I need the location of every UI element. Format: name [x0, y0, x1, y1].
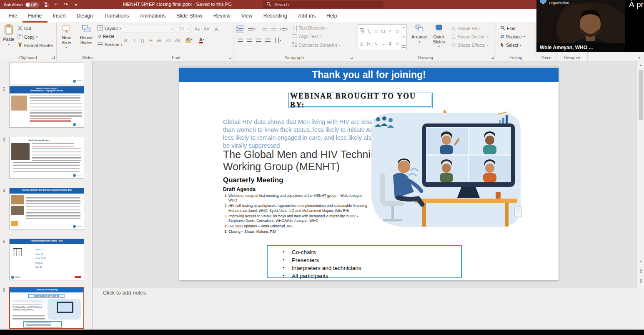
section-button[interactable]: Section ▾: [98, 42, 123, 47]
shape-rounded-rectangle-icon[interactable]: ▢: [381, 29, 385, 33]
shape-double-arrow-icon[interactable]: ⇕: [388, 41, 392, 46]
font-size-combo[interactable]: 28▾: [177, 25, 191, 33]
tab-insert[interactable]: Insert: [48, 9, 71, 23]
align-left-button[interactable]: [236, 36, 244, 44]
shape-star-icon[interactable]: ☆: [396, 41, 399, 46]
shape-curve-icon[interactable]: ∿: [374, 41, 378, 46]
next-slide-button[interactable]: ∨∨: [637, 277, 644, 285]
slide-editing-canvas[interactable]: Thank you all for joining! WEBINAR BROUG…: [93, 61, 637, 287]
shape-oval-icon[interactable]: ○: [389, 29, 391, 33]
font-color-button[interactable]: A▾: [198, 35, 206, 43]
scrollbar-thumb[interactable]: [639, 70, 643, 120]
thumbnail-slide-1[interactable]: [9, 63, 84, 84]
tab-view[interactable]: View: [236, 9, 258, 23]
save-icon[interactable]: [43, 2, 49, 8]
align-right-button[interactable]: [254, 36, 263, 44]
thanks-box[interactable]: Co-chairs Presenters Interpreters and te…: [267, 245, 462, 278]
find-button[interactable]: Find: [500, 25, 515, 31]
agenda-list[interactable]: Welcome, recap of first meeting and obje…: [223, 194, 371, 235]
shape-effects-button[interactable]: Shape Effects ▾: [451, 42, 488, 48]
thumbnail-slide-5[interactable]: Planned webinar series dates - 2021 Apri…: [9, 239, 84, 280]
grow-font-button[interactable]: A▴: [193, 25, 201, 33]
paragraph-dialog-launcher[interactable]: [351, 56, 353, 59]
notes-pane[interactable]: Click to add notes: [93, 287, 637, 330]
replace-button[interactable]: ⇄ Replace ▾: [500, 34, 525, 39]
underline-button[interactable]: U: [138, 36, 147, 44]
scroll-down-button[interactable]: ▼: [637, 258, 644, 265]
shape-rectangle-icon[interactable]: □: [375, 29, 377, 33]
decrease-indent-button[interactable]: [260, 25, 268, 33]
convert-smartart-button[interactable]: Convert to SmartArt ▾: [292, 42, 340, 48]
shape-right-triangle-icon[interactable]: ▷: [367, 41, 371, 46]
shape-arrow-icon[interactable]: →: [381, 41, 385, 46]
quarterly-meeting-text[interactable]: Quarterly Meeting: [223, 176, 283, 184]
tab-design[interactable]: Design: [71, 9, 98, 23]
new-slide-button[interactable]: New Slide ▾: [58, 24, 75, 49]
increase-indent-button[interactable]: [269, 25, 278, 33]
format-painter-button[interactable]: Format Painter: [18, 42, 53, 48]
tab-recording[interactable]: Recording: [258, 9, 293, 23]
tab-animations[interactable]: Animations: [134, 9, 171, 23]
font-name-combo[interactable]: ▾: [122, 25, 175, 33]
character-spacing-button[interactable]: AV: [164, 36, 173, 44]
arrange-button[interactable]: Arrange ▾: [410, 24, 428, 43]
thumbnail-slide-2[interactable]: What's in it for me(n)? Differentiate NO…: [9, 86, 84, 128]
layout-button[interactable]: Layout ▾: [98, 25, 121, 31]
change-case-button[interactable]: Aa: [173, 36, 182, 44]
reset-button[interactable]: ↺ Reset: [98, 34, 114, 39]
shapes-gallery[interactable]: A ╲ □ ▢ ○ ◇ △ ▷ ∿ → ⇕ ☆ ▲ ▼: [358, 24, 407, 50]
slide-header-banner[interactable]: Thank you all for joining!: [179, 68, 559, 82]
shape-fill-button[interactable]: Shape Fill ▾: [451, 25, 480, 31]
font-dialog-launcher[interactable]: [229, 56, 231, 59]
draft-agenda-heading[interactable]: Draft Agenda: [223, 186, 256, 192]
numbering-button[interactable]: ▾: [248, 25, 256, 33]
select-button[interactable]: Select ▾: [500, 42, 521, 48]
align-text-button[interactable]: Align Text ▾: [292, 34, 321, 39]
tab-help[interactable]: Help: [321, 9, 343, 23]
undo-icon[interactable]: ↶: [53, 2, 59, 8]
quick-styles-button[interactable]: Quick Styles ▾: [429, 24, 449, 48]
shrink-font-button[interactable]: A▾: [202, 25, 210, 33]
tab-review[interactable]: Review: [208, 9, 236, 23]
text-shadow-button[interactable]: S: [147, 36, 155, 44]
video-call-overlay[interactable]: Organization Wole Ameyan, WHO ... À pr: [536, 0, 644, 52]
bullets-button[interactable]: ▾: [236, 25, 244, 33]
speaker-video-tile[interactable]: Organization Wole Ameyan, WHO ...: [536, 0, 625, 52]
line-spacing-button[interactable]: ↕▾: [279, 25, 288, 33]
copy-button[interactable]: Copy ▾: [18, 34, 38, 40]
tab-file[interactable]: File: [3, 9, 23, 23]
tab-transitions[interactable]: Transitions: [98, 9, 135, 23]
vertical-scrollbar[interactable]: ▲ ▼ ∧∧ ∨∨: [637, 61, 644, 330]
shape-outline-button[interactable]: Shape Outline ▾: [451, 34, 489, 40]
redo-icon[interactable]: ↷: [63, 2, 69, 8]
strikethrough-button[interactable]: ab: [155, 36, 163, 44]
thumbnail-slide-6-selected[interactable]: Thank you all for joining! WEBINAR BROUG…: [9, 287, 84, 329]
qat-customize-caret-icon[interactable]: ▾: [73, 2, 79, 8]
tab-addins[interactable]: Add-ins: [293, 9, 321, 23]
columns-button[interactable]: ▾: [273, 36, 282, 44]
gallery-scroll-up-icon[interactable]: ▲: [403, 26, 405, 28]
scroll-up-button[interactable]: ▲: [637, 61, 644, 68]
text-direction-button[interactable]: Text Direction ▾: [292, 25, 328, 30]
shape-line-icon[interactable]: ╲: [368, 29, 370, 33]
reuse-slides-button[interactable]: Reuse Slides: [77, 24, 96, 45]
collapse-ribbon-icon[interactable]: ∧: [638, 55, 641, 60]
clear-formatting-button[interactable]: A: [212, 25, 221, 33]
paste-button[interactable]: Paste ▾: [2, 24, 15, 46]
previous-slide-button[interactable]: ∧∧: [637, 267, 644, 275]
gallery-scroll-down-icon[interactable]: ▼: [403, 36, 405, 38]
italic-button[interactable]: I: [130, 36, 138, 44]
gallery-more-icon[interactable]: [402, 45, 406, 48]
search-box[interactable]: Search: [263, 1, 383, 8]
bold-button[interactable]: B: [122, 36, 130, 44]
thumbnail-slide-3[interactable]: Avoid the usual traps: [9, 137, 84, 179]
shape-diamond-icon[interactable]: ◇: [396, 29, 399, 33]
notes-placeholder[interactable]: Click to add notes: [103, 290, 146, 296]
cut-button[interactable]: Cut: [18, 25, 31, 31]
current-slide[interactable]: Thank you all for joining! WEBINAR BROUG…: [179, 67, 559, 280]
shape-textbox-icon[interactable]: A: [360, 28, 363, 33]
align-center-button[interactable]: [245, 36, 253, 44]
autosave-toggle[interactable]: AutoSave Off: [4, 2, 39, 8]
drawing-dialog-launcher[interactable]: [491, 56, 494, 59]
tab-home[interactable]: Home: [23, 9, 47, 23]
